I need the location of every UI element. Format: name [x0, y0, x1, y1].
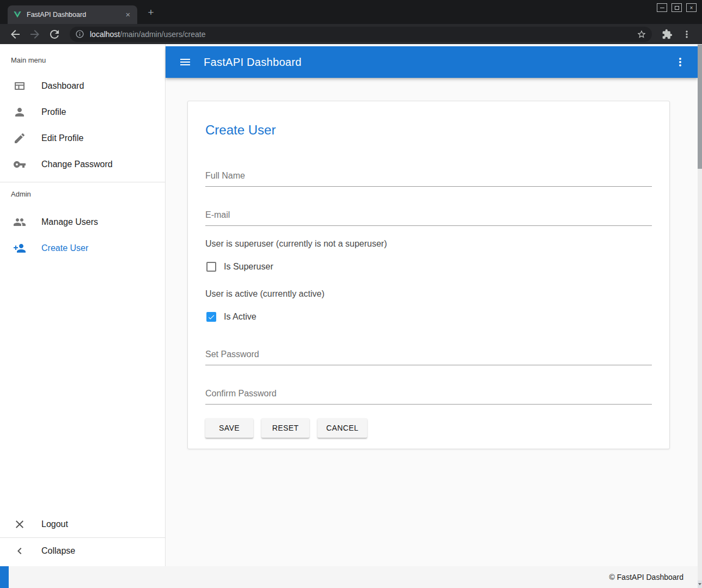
forward-icon[interactable] [28, 28, 41, 41]
dashboard-icon [13, 79, 26, 93]
app-bar-title: FastAPI Dashboard [204, 56, 302, 69]
sidebar-item-label: Edit Profile [41, 133, 83, 143]
sidebar: Main menu Dashboard Profile Edit Profile… [0, 44, 166, 566]
sidebar-item-label: Create User [41, 243, 88, 253]
people-icon [13, 216, 26, 229]
site-info-icon[interactable] [75, 29, 84, 39]
superuser-checkbox-label: Is Superuser [224, 262, 273, 272]
set-password-input[interactable] [205, 349, 652, 365]
key-icon [13, 158, 26, 171]
browser-tab[interactable]: FastAPI Dashboard × [8, 5, 137, 24]
save-button[interactable]: SAVE [205, 418, 253, 438]
form-actions: SAVE RESET CANCEL [205, 418, 652, 438]
reset-button[interactable]: RESET [261, 418, 309, 438]
footer-copyright: © FastAPI Dashboard [609, 573, 683, 581]
page-title: Create User [205, 122, 652, 138]
back-icon[interactable] [9, 28, 22, 41]
address-bar[interactable]: localhost/main/admin/users/create [70, 27, 652, 42]
sidebar-item-create-user[interactable]: Create User [0, 235, 165, 261]
minimize-icon [660, 8, 664, 8]
full-name-input[interactable] [205, 170, 652, 187]
person-add-icon [13, 242, 26, 255]
maximize-button[interactable] [672, 3, 682, 12]
browser-titlebar: FastAPI Dashboard × + × [0, 0, 702, 24]
active-hint: User is active (currently active) [205, 289, 652, 299]
tab-title: FastAPI Dashboard [27, 11, 123, 19]
sidebar-item-edit-profile[interactable]: Edit Profile [0, 125, 165, 151]
sidebar-item-label: Manage Users [41, 217, 98, 227]
create-user-card: Create User User is superuser (currently… [187, 101, 670, 449]
url-host: localhost [90, 30, 120, 39]
page: Main menu Dashboard Profile Edit Profile… [0, 44, 702, 588]
chevron-left-icon [13, 544, 26, 558]
scrollbar-thumb[interactable] [698, 45, 702, 169]
new-tab-button[interactable]: + [144, 6, 158, 20]
active-checkbox-label: Is Active [224, 312, 257, 322]
cancel-button[interactable]: CANCEL [318, 418, 367, 438]
sidebar-item-label: Logout [41, 519, 68, 529]
close-x-icon [13, 518, 26, 531]
vue-favicon [13, 10, 22, 19]
bookmark-star-icon[interactable] [637, 29, 646, 39]
browser-window: FastAPI Dashboard × + × localhost/main/a… [0, 0, 702, 588]
sidebar-header-main-menu: Main menu [0, 44, 165, 73]
superuser-checkbox-row[interactable]: Is Superuser [205, 260, 652, 273]
sidebar-item-logout[interactable]: Logout [0, 511, 165, 537]
sidebar-item-label: Collapse [41, 546, 75, 556]
superuser-hint: User is superuser (currently is not a su… [205, 238, 652, 249]
reload-icon[interactable] [48, 28, 61, 41]
scrollbar-down-arrow[interactable] [698, 580, 702, 588]
tab-close-icon[interactable]: × [123, 10, 133, 20]
person-icon [13, 106, 26, 119]
url-path: /main/admin/users/create [120, 30, 205, 39]
sidebar-item-profile[interactable]: Profile [0, 99, 165, 125]
active-checkbox-row[interactable]: Is Active [205, 310, 652, 323]
page-scrollbar[interactable] [698, 44, 702, 588]
hamburger-menu-icon[interactable] [179, 56, 192, 69]
sidebar-item-collapse[interactable]: Collapse [0, 538, 165, 564]
active-checkbox[interactable] [206, 312, 216, 322]
sidebar-item-label: Change Password [41, 160, 113, 169]
sidebar-item-dashboard[interactable]: Dashboard [0, 73, 165, 99]
app-bar: FastAPI Dashboard [166, 46, 698, 78]
confirm-password-input[interactable] [205, 388, 652, 405]
browser-menu-icon[interactable] [681, 29, 692, 40]
kebab-menu-icon[interactable] [674, 56, 687, 69]
maximize-icon [675, 6, 679, 10]
close-button[interactable]: × [686, 3, 697, 12]
main-content: Create User User is superuser (currently… [166, 78, 698, 566]
url-text[interactable]: localhost/main/admin/users/create [90, 30, 632, 39]
minimize-button[interactable] [657, 3, 667, 12]
sidebar-header-admin: Admin [0, 182, 165, 209]
footer-accent [0, 566, 9, 588]
sidebar-bottom: Logout Collapse [0, 511, 165, 564]
email-input[interactable] [205, 210, 652, 226]
extensions-icon[interactable] [662, 29, 673, 40]
sidebar-item-label: Dashboard [41, 81, 84, 91]
page-footer: © FastAPI Dashboard [9, 566, 698, 588]
pencil-icon [13, 132, 26, 145]
sidebar-item-label: Profile [41, 107, 66, 117]
window-controls: × [657, 3, 697, 12]
sidebar-item-change-password[interactable]: Change Password [0, 151, 165, 177]
check-icon [207, 313, 215, 321]
sidebar-item-manage-users[interactable]: Manage Users [0, 209, 165, 235]
browser-toolbar: localhost/main/admin/users/create [0, 24, 702, 44]
superuser-checkbox[interactable] [206, 262, 216, 272]
